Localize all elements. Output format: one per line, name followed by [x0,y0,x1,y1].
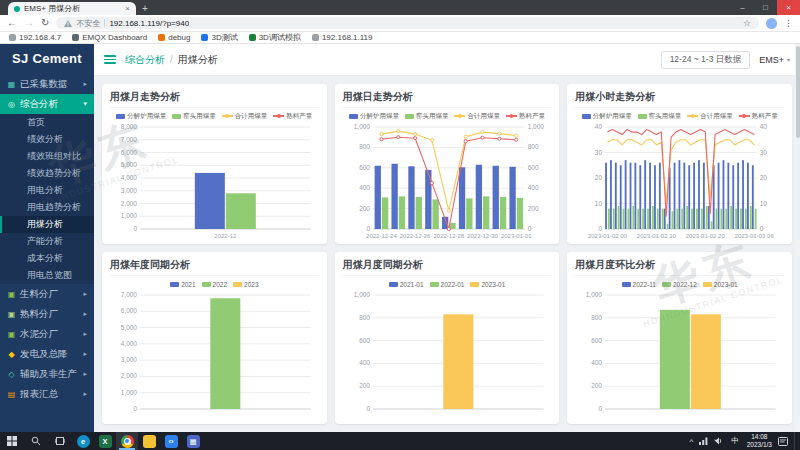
task-view-icon[interactable] [48,432,72,450]
legend-marker-icon [582,114,591,119]
legend-marker-icon [506,114,517,119]
legend-item[interactable]: 熟料产量 [506,112,545,121]
browser-menu-icon[interactable]: ⋮ [784,18,793,28]
file-explorer-icon[interactable] [138,432,160,450]
sidebar-subitem[interactable]: 首页 [0,114,94,131]
window-close-button[interactable]: × [777,0,800,15]
new-tab-button[interactable]: + [142,3,148,14]
address-bar[interactable]: 不安全 192.168.1.119/?p=940 ☆ [56,17,759,29]
bookmark-item[interactable]: 3D测试 [201,32,237,43]
bookmark-label: 3D测试 [211,32,237,43]
bookmarks-bar: 192.168.4.7EMQX Dashboarddebug3D测试3D调试模拟… [0,32,800,44]
edge-icon[interactable]: e [72,432,94,450]
browser-tab[interactable]: EMS+ 用煤分析 × [8,2,136,15]
window-maximize-button[interactable]: □ [754,0,777,15]
legend-item[interactable]: 熟料产量 [739,112,778,121]
sidebar-item[interactable]: ▦已采集数据▸ [0,74,94,94]
legend-item[interactable]: 2021-01 [389,281,424,288]
language-indicator[interactable]: 中 [729,435,741,447]
menu-toggle-icon[interactable] [104,55,116,64]
bookmark-item[interactable]: 192.168.4.7 [9,33,61,42]
sidebar-subitem[interactable]: 成本分析 [0,250,94,267]
legend-item[interactable]: 2022-01 [430,281,465,288]
legend-item[interactable]: 合计用煤量 [222,112,268,121]
sidebar-subitem[interactable]: 绩效趋势分析 [0,165,94,182]
sidebar-item[interactable]: ◆发电及总降▸ [0,344,94,364]
legend-item[interactable]: 分解炉用煤量 [349,112,399,121]
legend-item[interactable]: 合计用煤量 [687,112,733,121]
window-minimize-button[interactable]: – [731,0,754,15]
legend-item[interactable]: 2023-01 [470,281,505,288]
sidebar-item[interactable]: ◇辅助及非生产▸ [0,364,94,384]
legend-item[interactable]: 窑头用煤量 [172,112,216,121]
svg-text:10: 10 [760,200,768,207]
sidebar-subitem[interactable]: 用电趋势分析 [0,199,94,216]
sidebar-subitem[interactable]: 产能分析 [0,233,94,250]
app-window-icon[interactable]: ▦ [182,432,204,450]
sidebar-item[interactable]: ▣水泥分厂▸ [0,324,94,344]
chevron-icon: ▸ [83,370,87,378]
chrome-icon[interactable] [116,432,138,450]
user-menu[interactable]: EMS+ ▾ [759,55,790,65]
vscode-icon[interactable]: ‹› [160,432,182,450]
legend-item[interactable]: 窑头用煤量 [638,112,682,121]
legend-marker-icon [638,114,647,119]
notification-icon[interactable] [778,437,788,446]
start-button[interactable] [0,432,24,450]
legend-item[interactable]: 2022 [202,281,227,288]
search-icon[interactable] [24,432,48,450]
bookmark-item[interactable]: EMQX Dashboard [72,33,147,42]
sidebar-item[interactable]: ◎综合分析▾ [0,94,94,114]
sidebar-subitem[interactable]: 绩效班组对比 [0,148,94,165]
sidebar-item[interactable]: ▣生料分厂▸ [0,284,94,304]
chevron-icon: ▸ [83,390,87,398]
tab-close-icon[interactable]: × [125,4,130,13]
legend-item[interactable]: 2023-01 [703,281,738,288]
tray-expand-icon[interactable]: ^ [689,437,693,446]
svg-text:7,000: 7,000 [121,136,138,143]
sidebar-subitem[interactable]: 用电总览图 [0,267,94,284]
excel-icon[interactable]: X [94,432,116,450]
sidebar-item[interactable]: ▣熟料分厂▸ [0,304,94,324]
sidebar-subitem[interactable]: 用煤分析 [0,216,94,233]
tab-favicon-icon [14,6,20,12]
sidebar-item-label: 水泥分厂 [20,328,58,341]
legend-marker-icon [273,114,284,119]
legend-item[interactable]: 合计用煤量 [454,112,500,121]
forward-icon[interactable]: → [24,18,34,28]
legend-marker-icon [454,114,465,119]
bookmark-item[interactable]: 3D调试模拟 [249,32,301,43]
bookmark-item[interactable]: debug [158,33,190,42]
network-icon[interactable] [699,437,708,445]
volume-icon[interactable] [714,437,723,445]
bookmark-item[interactable]: 192.168.1.119 [312,33,373,42]
browser-titlebar: EMS+ 用煤分析 × + – □ × [0,0,800,15]
warning-icon [64,20,72,27]
sidebar-subitem[interactable]: 绩效分析 [0,131,94,148]
taskbar-clock[interactable]: 14:08 2023/1/3 [747,433,772,449]
legend-item[interactable]: 熟料产量 [273,112,312,121]
sidebar-subitem[interactable]: 用电分析 [0,182,94,199]
legend-item[interactable]: 2021 [170,281,195,288]
bookmark-star-icon[interactable]: ☆ [743,18,751,28]
profile-avatar[interactable] [766,18,777,29]
breadcrumb-section[interactable]: 综合分析 [125,53,165,67]
reload-icon[interactable]: ↻ [41,18,49,28]
svg-text:600: 600 [359,337,370,344]
sidebar-item-label: 报表汇总 [20,388,58,401]
date-range-picker[interactable]: 12-24 ~ 1-3 日数据 [661,51,751,69]
legend-item[interactable]: 分解炉用煤量 [116,112,166,121]
svg-text:4,000: 4,000 [121,174,138,181]
svg-text:2023-01-02 20: 2023-01-02 20 [686,233,726,239]
legend-item[interactable]: 分解炉用煤量 [582,112,632,121]
sidebar-item[interactable]: ▤报表汇总▸ [0,384,94,404]
legend-item[interactable]: 窑头用煤量 [405,112,449,121]
show-desktop-button[interactable] [794,432,798,450]
legend-item[interactable]: 2022-11 [622,281,656,288]
svg-text:4,000: 4,000 [121,340,138,347]
back-icon[interactable]: ← [7,18,17,28]
legend-label: 合计用煤量 [700,112,733,121]
scrollbar-thumb[interactable] [796,46,800,138]
legend-item[interactable]: 2022-12 [662,281,697,288]
legend-item[interactable]: 2023 [233,281,258,288]
